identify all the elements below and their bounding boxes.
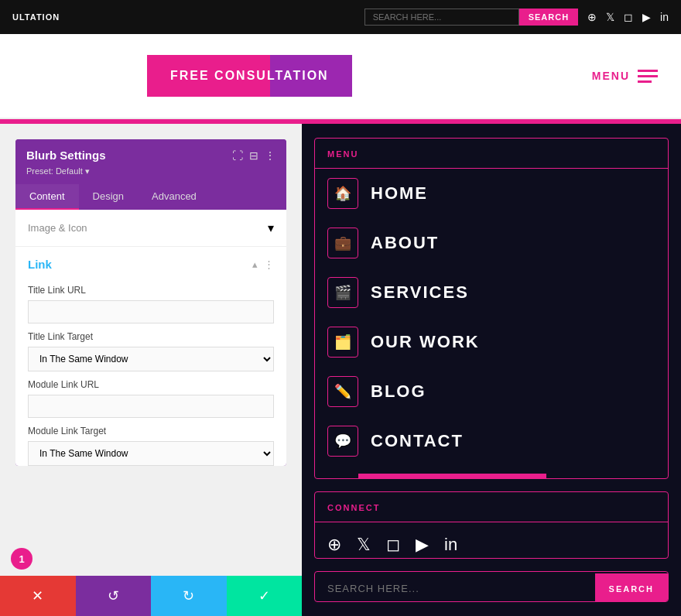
instagram-icon[interactable]: ◻: [624, 11, 633, 23]
tab-content[interactable]: Content: [15, 184, 79, 210]
connect-box: CONNECT ⊕ 𝕏 ◻ ▶ in: [314, 491, 669, 559]
search-button[interactable]: SEARCH: [519, 9, 578, 26]
left-panel: Blurb Settings ⛶ ⊟ ⋮ Preset: Default ▾ C…: [0, 124, 302, 616]
title-link-url-input[interactable]: [28, 300, 274, 323]
blog-label: BLOG: [371, 382, 426, 402]
connect-icons-row: ⊕ 𝕏 ◻ ▶ in: [315, 522, 668, 559]
youtube-icon[interactable]: ▶: [642, 11, 651, 23]
title-link-target-select[interactable]: In The Same Window In The New Window: [28, 347, 274, 371]
connect-youtube-icon[interactable]: ▶: [416, 535, 429, 555]
contact-icon: 💬: [327, 426, 358, 457]
link-header: Link ▴ ⋮: [28, 247, 274, 277]
hamburger-line-1: [638, 70, 658, 72]
menu-item-blog[interactable]: ➤ ✏️ BLOG: [315, 367, 668, 416]
connect-instagram-icon[interactable]: ◻: [386, 535, 400, 555]
menu-item-contact[interactable]: ➤ 💬 CONTACT: [315, 416, 668, 466]
link-section: Link ▴ ⋮ Title Link URL Title Link Targe…: [15, 247, 286, 466]
menu-item-home[interactable]: ➤ 🏠 HOME: [315, 169, 668, 218]
action-bar: ✕ ↺ ↻ ✓: [0, 576, 302, 616]
connect-twitter-icon[interactable]: 𝕏: [357, 535, 371, 555]
free-consultation-menu-button[interactable]: FREE CONSULTATION: [358, 474, 546, 479]
top-bar: ULTATION SEARCH ⊕ 𝕏 ◻ ▶ in: [0, 0, 681, 34]
connect-codepen-icon[interactable]: ⊕: [327, 535, 341, 555]
about-icon: 💼: [327, 228, 358, 258]
save-button[interactable]: ✓: [227, 576, 303, 616]
expand-icon[interactable]: ⛶: [232, 149, 243, 162]
free-consultation-button[interactable]: FREE CONSULTATION: [147, 55, 352, 97]
hamburger-line-3: [638, 80, 652, 83]
more-options-icon[interactable]: ⋮: [264, 258, 274, 270]
undo-button[interactable]: ↺: [76, 576, 152, 616]
menu-item-services[interactable]: ➤ 🎬 SERVICES: [315, 268, 668, 317]
search-input[interactable]: [364, 9, 519, 26]
right-panel: MENU ➤ 🏠 HOME ➤ 💼 ABOUT ➤ 🎬 SERVICES: [302, 124, 681, 616]
codepen-icon[interactable]: ⊕: [587, 11, 597, 23]
about-label: ABOUT: [371, 233, 439, 253]
hamburger-icon[interactable]: [638, 70, 658, 83]
top-bar-title: ULTATION: [12, 12, 60, 22]
hamburger-line-2: [638, 75, 658, 77]
header: FREE CONSULTATION MENU: [0, 34, 681, 119]
title-link-url-label: Title Link URL: [28, 285, 274, 296]
title-link-target-label: Title Link Target: [28, 331, 274, 342]
more-icon[interactable]: ⋮: [265, 149, 275, 162]
link-icons: ▴ ⋮: [252, 258, 274, 270]
contact-label: CONTACT: [371, 431, 464, 451]
menu-item-about[interactable]: ➤ 💼 ABOUT: [315, 218, 668, 268]
module-link-url-input[interactable]: [28, 395, 274, 418]
menu-box-label: MENU: [327, 149, 358, 159]
menu-items: ➤ 🏠 HOME ➤ 💼 ABOUT ➤ 🎬 SERVICES ➤ 🗂️: [315, 169, 668, 466]
module-link-target-label: Module Link Target: [28, 426, 274, 436]
home-icon: 🏠: [327, 178, 358, 209]
menu-label[interactable]: MENU: [592, 70, 630, 82]
search-wrapper: SEARCH: [364, 9, 578, 26]
connect-box-header: CONNECT: [315, 492, 668, 522]
cancel-button[interactable]: ✕: [0, 576, 76, 616]
twitter-icon[interactable]: 𝕏: [606, 11, 614, 23]
module-link-target-select[interactable]: In The Same Window In The New Window: [28, 441, 274, 466]
menu-box-header: MENU: [315, 139, 668, 169]
services-icon: 🎬: [327, 277, 358, 308]
services-label: SERVICES: [371, 282, 469, 303]
search-bottom-button[interactable]: SEARCH: [595, 573, 668, 602]
preset-row[interactable]: Preset: Default ▾: [15, 165, 286, 184]
image-icon-label: Image & Icon: [28, 222, 87, 234]
menu-box: MENU ➤ 🏠 HOME ➤ 💼 ABOUT ➤ 🎬 SERVICES: [314, 138, 669, 479]
ourwork-label: OUR WORK: [371, 332, 480, 352]
chevron-down-icon: ▾: [268, 221, 274, 235]
settings-body: Image & Icon ▾ Link ▴ ⋮ Title Link URL T…: [15, 210, 286, 466]
settings-panel: Blurb Settings ⛶ ⊟ ⋮ Preset: Default ▾ C…: [15, 139, 286, 466]
connect-box-label: CONNECT: [327, 503, 380, 512]
settings-icons: ⛶ ⊟ ⋮: [232, 149, 275, 162]
tab-advanced[interactable]: Advanced: [138, 184, 210, 210]
redo-button[interactable]: ↻: [151, 576, 227, 616]
connect-linkedin-icon[interactable]: in: [444, 535, 457, 555]
settings-header: Blurb Settings ⛶ ⊟ ⋮: [15, 139, 286, 165]
main: Blurb Settings ⛶ ⊟ ⋮ Preset: Default ▾ C…: [0, 124, 681, 616]
tabs-row: Content Design Advanced: [15, 184, 286, 210]
ourwork-icon: 🗂️: [327, 327, 358, 358]
image-icon-section[interactable]: Image & Icon ▾: [15, 210, 286, 247]
settings-title: Blurb Settings: [26, 149, 232, 162]
search-bottom-input[interactable]: [315, 572, 595, 602]
search-bottom-row: SEARCH: [315, 572, 668, 602]
tab-design[interactable]: Design: [79, 184, 138, 210]
home-label: HOME: [371, 183, 428, 204]
column-icon[interactable]: ⊟: [249, 149, 258, 162]
link-title: Link: [28, 258, 52, 271]
search-box: SEARCH: [314, 571, 669, 602]
linkedin-icon[interactable]: in: [660, 11, 669, 23]
module-link-url-label: Module Link URL: [28, 379, 274, 390]
menu-item-ourwork[interactable]: ➤ 🗂️ OUR WORK: [315, 317, 668, 367]
chevron-up-icon[interactable]: ▴: [252, 258, 258, 270]
blog-icon: ✏️: [327, 376, 358, 407]
number-badge: 1: [11, 548, 33, 570]
